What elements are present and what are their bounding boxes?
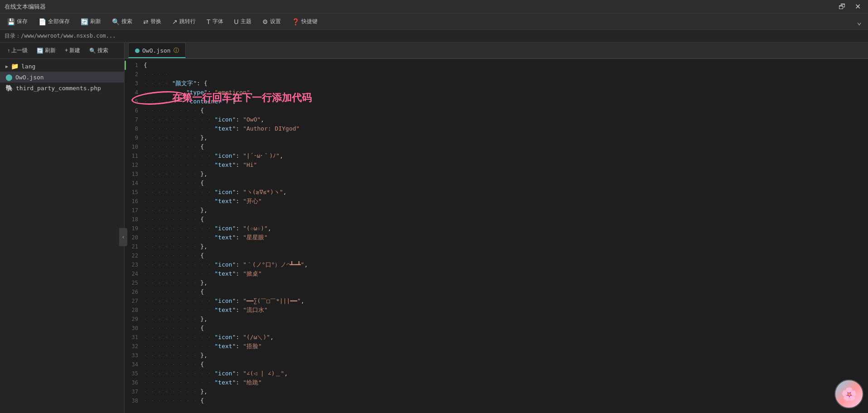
goto-icon: ↗ — [172, 18, 178, 25]
json-file-icon: ⬤ — [5, 73, 13, 81]
shortcuts-icon: ❓ — [292, 18, 299, 25]
code-line: 29· · · · · · · · }, — [125, 315, 868, 324]
theme-label: 主题 — [241, 18, 251, 25]
line-number: 30 — [125, 324, 144, 333]
sidebar-item-lang[interactable]: ▶ 📁 lang — [0, 61, 124, 72]
up-label: 上一级 — [11, 47, 28, 54]
sidebar-tree: ▶ 📁 lang ⬤ OwO.json 🐘 third_party_commen… — [0, 59, 124, 413]
titlebar-controls: 🗗 ✕ — [836, 1, 863, 12]
sidebar-item-owo-json[interactable]: ⬤ OwO.json — [0, 72, 124, 83]
line-number: 16 — [125, 197, 144, 206]
line-number: 17 — [125, 206, 144, 215]
line-content: · · · · · · · · · · "text": "掀桌" — [144, 269, 868, 278]
line-number: 12 — [125, 160, 144, 170]
sidebar-item-php[interactable]: 🐘 third_party_comments.php — [0, 83, 124, 93]
line-number: 31 — [125, 333, 144, 342]
sidebar-search-button[interactable]: 🔍 搜索 — [86, 45, 112, 56]
save-button[interactable]: 💾 保存 — [3, 16, 32, 27]
line-number: 15 — [125, 188, 144, 197]
line-content: · · · · · · · · · · "text": "捂脸" — [144, 342, 868, 351]
code-line: 21· · · · · · · · }, — [125, 242, 868, 251]
tab-name: OwO.json — [142, 47, 171, 54]
sidebar-actions: ↑ 上一级 🔄 刷新 + 新建 🔍 搜索 — [0, 43, 124, 59]
titlebar: 在线文本编辑器 🗗 ✕ — [0, 0, 868, 14]
search-icon: 🔍 — [112, 18, 120, 25]
line-number: 2 — [125, 70, 144, 79]
line-content: · · · · · · · · { — [144, 251, 868, 260]
code-line: 25· · · · · · · · }, — [125, 278, 868, 287]
line-number: 3 — [125, 79, 144, 88]
theme-button[interactable]: U 主题 — [230, 16, 256, 27]
line-number: 21 — [125, 242, 144, 251]
line-content: · · · · · · · · · · "text": "给跪" — [144, 378, 868, 387]
font-button[interactable]: T 字体 — [202, 16, 228, 27]
shortcuts-label: 快捷键 — [301, 18, 318, 25]
sidebar-refresh-button[interactable]: 🔄 刷新 — [33, 45, 59, 56]
search-button[interactable]: 🔍 搜索 — [107, 16, 137, 27]
line-content: · · · · · · · · · · "icon": "|´･ω･｀)ﾉ", — [144, 151, 868, 160]
line-content: · · · · · · · · }, — [144, 278, 868, 287]
line-number: 24 — [125, 269, 144, 278]
code-line: 30· · · · · · · · { — [125, 324, 868, 333]
code-line: 27· · · · · · · · · · "icon": "━━∑(￣□￣*|… — [125, 296, 868, 306]
line-number: 14 — [125, 179, 144, 188]
line-number: 5 — [125, 97, 144, 106]
toolbar-expand[interactable]: ⌄ — [853, 15, 865, 28]
line-number: 1 — [125, 61, 144, 70]
settings-button[interactable]: ⚙ 设置 — [258, 16, 285, 27]
collapse-sidebar-button[interactable]: ‹ — [119, 228, 127, 246]
code-line: 28· · · · · · · · · · "text": "流口水" — [125, 306, 868, 315]
line-content: · · · · · · · · { — [144, 142, 868, 151]
line-number: 29 — [125, 315, 144, 324]
line-number: 4 — [125, 88, 144, 97]
theme-icon: U — [234, 18, 239, 25]
sidebar-search-icon: 🔍 — [89, 48, 96, 54]
code-line: 10· · · · · · · · { — [125, 142, 868, 151]
line-content: · · · · · · · · { — [144, 360, 868, 369]
code-line: 4· · · · · · "type": "emoticon", — [125, 88, 868, 97]
refresh-button[interactable]: 🔄 刷新 — [76, 16, 106, 27]
code-line: 22· · · · · · · · { — [125, 251, 868, 260]
line-number: 37 — [125, 387, 144, 396]
restore-button[interactable]: 🗗 — [836, 1, 849, 12]
line-number: 32 — [125, 342, 144, 351]
line-content: { — [144, 61, 868, 70]
line-number: 20 — [125, 233, 144, 242]
sidebar-search-label: 搜索 — [97, 47, 108, 54]
app-title: 在线文本编辑器 — [5, 3, 46, 11]
line-content: · · · · · · · · }, — [144, 351, 868, 360]
code-line: 17· · · · · · · · }, — [125, 206, 868, 215]
line-content: · · · · · · · · · · "text": "Author: DIY… — [144, 124, 868, 133]
goto-button[interactable]: ↗ 跳转行 — [168, 16, 200, 27]
line-number: 18 — [125, 215, 144, 224]
code-editor[interactable]: 1{2· · · · 3· · · · "颜文字": {4· · · · · ·… — [125, 61, 868, 405]
code-line: 20· · · · · · · · · · "text": "星星眼" — [125, 233, 868, 242]
editor-area: OwO.json ⓘ 在第一行回车在下一行添加代码 1{2· · · · 3· … — [125, 43, 868, 413]
save-all-button[interactable]: 📄 全部保存 — [34, 16, 74, 27]
goto-label: 跳转行 — [179, 18, 196, 25]
line-content: · · · · · · · · { — [144, 179, 868, 188]
save-all-icon: 📄 — [39, 18, 46, 25]
line-number: 22 — [125, 251, 144, 260]
line-content: · · · · · · "container": [ — [144, 97, 868, 106]
line-content: · · · · · · · · · · "text": "开心" — [144, 197, 868, 206]
shortcuts-button[interactable]: ❓ 快捷键 — [287, 16, 322, 27]
line-content: · · · · · · · · { — [144, 106, 868, 115]
code-line: 23· · · · · · · · · · "icon": "｀(ノ°口°）ノ⌒… — [125, 260, 868, 269]
close-button[interactable]: ✕ — [852, 1, 863, 12]
line-content: · · · · · · · · · · "text": "星星眼" — [144, 233, 868, 242]
code-line: 15· · · · · · · · · · "icon": "ヽ(≥∇≤*)ヽ"… — [125, 188, 868, 197]
new-button[interactable]: + 新建 — [61, 45, 84, 56]
line-number: 26 — [125, 287, 144, 296]
save-all-label: 全部保存 — [48, 18, 70, 25]
active-line-indicator — [125, 61, 126, 70]
up-button[interactable]: ↑ 上一级 — [4, 45, 31, 56]
code-line: 26· · · · · · · · { — [125, 287, 868, 296]
line-content: · · · · · · · · { — [144, 324, 868, 333]
replace-button[interactable]: ⇄ 替换 — [139, 16, 166, 27]
code-line: 16· · · · · · · · · · "text": "开心" — [125, 197, 868, 206]
code-line: 32· · · · · · · · · · "text": "捂脸" — [125, 342, 868, 351]
tab-owo-json[interactable]: OwO.json ⓘ — [128, 43, 186, 58]
line-content: · · · · · · · · · · "icon": "∠(◁ ∣ ∠)＿", — [144, 369, 868, 378]
editor-content[interactable]: 1{2· · · · 3· · · · "颜文字": {4· · · · · ·… — [125, 59, 868, 413]
